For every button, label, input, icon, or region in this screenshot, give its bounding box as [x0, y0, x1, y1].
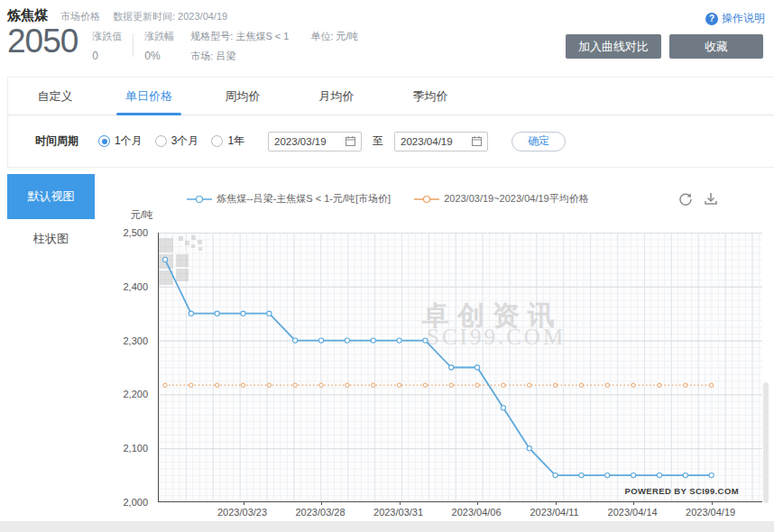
sidebar-item-default-view[interactable]: 默认视图	[7, 174, 95, 219]
help-link[interactable]: ? 操作说明	[705, 11, 765, 26]
spec-block: 规格型号: 主焦煤S < 1 市场: 吕梁	[190, 24, 289, 63]
download-icon[interactable]	[703, 191, 719, 207]
x-axis-tick: 2023/04/19	[686, 507, 735, 518]
change-pct: 0%	[144, 50, 174, 62]
current-price: 2050	[7, 24, 78, 59]
spec-label: 规格型号: 主焦煤S < 1	[190, 30, 289, 43]
question-icon: ?	[705, 13, 718, 25]
legend-label: 炼焦煤--吕梁-主焦煤S < 1-元/吨[市场价]	[217, 192, 391, 206]
refresh-icon[interactable]	[677, 191, 694, 207]
calendar-icon	[346, 136, 355, 146]
sidebar-item-bar-chart[interactable]: 柱状图	[7, 225, 95, 252]
y-axis-tick: 2,400	[123, 281, 148, 292]
end-date-value: 2023/04/19	[401, 136, 453, 147]
y-axis-tick: 2,100	[123, 443, 148, 454]
legend-item-average-series[interactable]: 2023/03/19~2023/04/19平均价格	[414, 192, 589, 206]
powered-by-label: POWERED BY SCI99.COM	[624, 486, 739, 496]
price-summary: 2050 涨跌值 0 涨跌幅 0% 规格型号: 主焦煤S < 1 市场: 吕梁 …	[7, 24, 359, 63]
end-date-input[interactable]: 2023/04/19	[394, 132, 488, 151]
legend-marker-line-icon	[414, 195, 439, 204]
change-value: 0	[92, 50, 122, 62]
x-axis-tickmark	[400, 501, 401, 505]
radio-label: 1年	[227, 133, 244, 149]
calendar-icon	[472, 136, 482, 146]
radio-1-month[interactable]: 1个月	[98, 133, 143, 149]
x-axis-tick: 2023/03/28	[296, 507, 346, 518]
x-axis-tickmark	[244, 501, 244, 505]
y-axis-tick: 2,200	[123, 389, 148, 399]
confirm-button[interactable]: 确定	[511, 132, 566, 151]
x-axis-tick: 2023/04/14	[608, 507, 658, 518]
tab-monthly-avg[interactable]: 月均价	[290, 78, 383, 115]
update-time: 数据更新时间: 2023/04/19	[113, 10, 227, 24]
x-axis-tickmark	[556, 501, 557, 505]
page: 炼焦煤 市场价格 数据更新时间: 2023/04/19 ? 操作说明 2050 …	[0, 0, 774, 532]
x-axis-tickmark	[477, 501, 478, 505]
y-axis: 2,5002,4002,3002,2002,1002,000	[95, 227, 154, 507]
y-axis-unit: 元/吨	[124, 208, 153, 222]
x-axis-tick: 2023/03/31	[373, 507, 423, 518]
tab-weekly-avg[interactable]: 周均价	[196, 78, 290, 115]
tab-daily-price[interactable]: 单日价格	[102, 78, 196, 115]
change-value-label: 涨跌值	[92, 30, 122, 43]
help-link-label: 操作说明	[722, 11, 765, 26]
legend-item-price-series[interactable]: 炼焦煤--吕梁-主焦煤S < 1-元/吨[市场价]	[187, 192, 391, 206]
x-axis-tickmark	[712, 501, 713, 505]
start-date-value: 2023/03/19	[274, 136, 327, 147]
chart-legend: 炼焦煤--吕梁-主焦煤S < 1-元/吨[市场价] 2023/03/19~202…	[108, 192, 668, 206]
price-line-chart	[159, 233, 763, 502]
tab-quarterly-avg[interactable]: 季均价	[383, 78, 477, 115]
start-date-input[interactable]: 2023/03/19	[268, 132, 362, 151]
y-axis-tick: 2,500	[123, 227, 148, 238]
change-pct-block: 涨跌幅 0%	[144, 24, 174, 62]
x-axis-tickmark	[633, 501, 634, 505]
y-axis-tick: 2,300	[123, 335, 148, 346]
radio-3-month[interactable]: 3个月	[155, 133, 199, 149]
x-axis-tick: 2023/04/06	[452, 507, 502, 518]
vertical-scrollbar[interactable]	[763, 382, 769, 503]
add-to-compare-button[interactable]: 加入曲线对比	[566, 34, 661, 59]
price-type-tabs: 自定义 单日价格 周均价 月均价 季均价	[7, 77, 774, 115]
market-label: 市场: 吕梁	[190, 50, 289, 63]
radio-icon	[98, 135, 110, 147]
divider	[133, 33, 134, 57]
to-label: 至	[373, 133, 383, 149]
time-filter: 时间周期 1个月 3个月 1年 2023/03/19 至 2023/04/19 …	[7, 115, 774, 168]
radio-icon	[211, 135, 223, 147]
x-axis: 2023/03/232023/03/282023/03/312023/04/06…	[158, 507, 762, 521]
horizontal-scrollbar[interactable]	[0, 521, 774, 532]
radio-label: 3个月	[171, 133, 199, 149]
change-pct-label: 涨跌幅	[144, 30, 174, 43]
x-axis-tick: 2023/04/11	[530, 507, 578, 518]
radio-1-year[interactable]: 1年	[211, 133, 244, 149]
period-label: 时间周期	[35, 133, 78, 149]
chart-plot-area[interactable]: 卓创资讯 SCI99.COM POWERED BY SCI99.COM	[158, 233, 762, 502]
legend-label: 2023/03/19~2023/04/19平均价格	[444, 192, 589, 206]
change-value-block: 涨跌值 0	[92, 24, 122, 62]
favorite-button[interactable]: 收藏	[669, 34, 763, 59]
x-axis-tickmark	[321, 501, 322, 505]
tab-custom[interactable]: 自定义	[8, 78, 102, 115]
y-axis-tick: 2,000	[123, 497, 148, 508]
legend-marker-line-icon	[187, 195, 212, 204]
radio-icon	[155, 135, 167, 147]
unit-label: 单位: 元/吨	[310, 24, 358, 43]
radio-label: 1个月	[115, 133, 143, 149]
x-axis-tick: 2023/03/23	[217, 507, 267, 518]
